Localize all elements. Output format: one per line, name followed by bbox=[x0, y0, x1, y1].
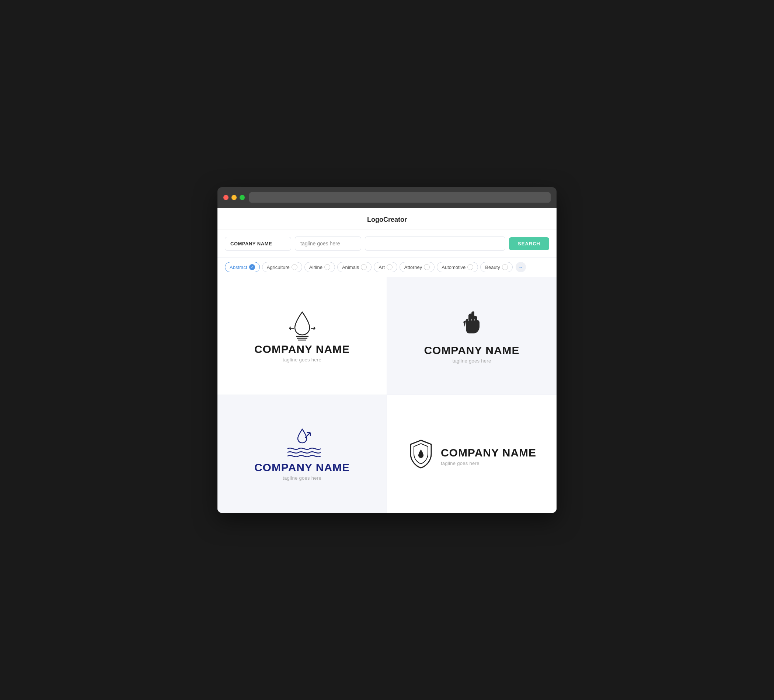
filter-animals[interactable]: Animals bbox=[337, 262, 372, 272]
browser-window: LogoCreator SEARCH Abstract ✓ Agricultur… bbox=[217, 187, 557, 513]
company-name-input[interactable] bbox=[225, 237, 291, 251]
filter-art-check-icon bbox=[387, 264, 392, 270]
logo-1-tagline: tagline goes here bbox=[283, 357, 321, 363]
logo-2-company-name: COMPANY NAME bbox=[424, 344, 519, 357]
fist-icon bbox=[459, 309, 485, 340]
keyword-input[interactable] bbox=[365, 236, 505, 251]
filter-attorney[interactable]: Attorney bbox=[400, 262, 435, 272]
filter-abstract[interactable]: Abstract ✓ bbox=[225, 262, 260, 272]
filter-art-label: Art bbox=[379, 264, 385, 270]
filter-airline[interactable]: Airline bbox=[304, 262, 335, 272]
filter-attorney-check-icon bbox=[424, 264, 430, 270]
logo-card-3[interactable]: COMPANY NAME tagline goes here bbox=[217, 395, 387, 513]
filter-animals-label: Animals bbox=[342, 264, 359, 270]
logo-card-2[interactable]: COMPANY NAME tagline goes here bbox=[387, 277, 557, 395]
filter-automotive-label: Automotive bbox=[442, 264, 465, 270]
logo-4-text-group: COMPANY NAME tagline goes here bbox=[441, 442, 536, 466]
logo-3-company-name: COMPANY NAME bbox=[254, 461, 350, 474]
tagline-input[interactable] bbox=[295, 236, 361, 251]
logo-card-4[interactable]: COMPANY NAME tagline goes here bbox=[387, 395, 557, 513]
search-bar: SEARCH bbox=[217, 230, 557, 258]
search-button[interactable]: SEARCH bbox=[509, 237, 549, 250]
filter-attorney-label: Attorney bbox=[404, 264, 422, 270]
filter-automotive-check-icon bbox=[467, 264, 473, 270]
logo-grid: COMPANY NAME tagline goes here bbox=[217, 277, 557, 513]
maximize-button[interactable] bbox=[240, 195, 245, 200]
filter-agriculture[interactable]: Agriculture bbox=[262, 262, 302, 272]
water-wave-icon bbox=[284, 428, 321, 457]
url-bar[interactable] bbox=[249, 192, 551, 203]
filter-art[interactable]: Art bbox=[374, 262, 397, 272]
logo-2-tagline: tagline goes here bbox=[453, 358, 491, 364]
logo-1-company-name: COMPANY NAME bbox=[254, 343, 350, 355]
app-title: LogoCreator bbox=[367, 216, 407, 223]
water-drop-filter-icon bbox=[286, 309, 319, 338]
filter-airline-label: Airline bbox=[309, 264, 322, 270]
filter-next-button[interactable]: → bbox=[516, 262, 526, 272]
close-button[interactable] bbox=[223, 195, 228, 200]
filter-beauty-check-icon bbox=[502, 264, 508, 270]
filter-agriculture-check-icon bbox=[291, 264, 298, 270]
filter-animals-check-icon bbox=[361, 264, 367, 270]
logo-4-tagline: tagline goes here bbox=[441, 461, 536, 466]
app-content: LogoCreator SEARCH Abstract ✓ Agricultur… bbox=[217, 208, 557, 513]
shield-drop-icon bbox=[407, 438, 435, 470]
filter-automotive[interactable]: Automotive bbox=[437, 262, 478, 272]
logo-card-1[interactable]: COMPANY NAME tagline goes here bbox=[217, 277, 387, 395]
filter-beauty[interactable]: Beauty bbox=[480, 262, 512, 272]
traffic-lights bbox=[223, 195, 245, 200]
app-header: LogoCreator bbox=[217, 208, 557, 230]
minimize-button[interactable] bbox=[232, 195, 237, 200]
filter-abstract-label: Abstract bbox=[230, 264, 247, 270]
filter-airline-check-icon bbox=[324, 264, 330, 270]
logo-3-tagline: tagline goes here bbox=[283, 475, 321, 481]
logo-4-company-name: COMPANY NAME bbox=[441, 447, 536, 459]
browser-chrome bbox=[217, 187, 557, 208]
filter-beauty-label: Beauty bbox=[485, 264, 500, 270]
filter-abstract-check-icon: ✓ bbox=[249, 264, 255, 270]
filter-bar: Abstract ✓ Agriculture Airline Animals A… bbox=[217, 258, 557, 277]
filter-agriculture-label: Agriculture bbox=[267, 264, 290, 270]
